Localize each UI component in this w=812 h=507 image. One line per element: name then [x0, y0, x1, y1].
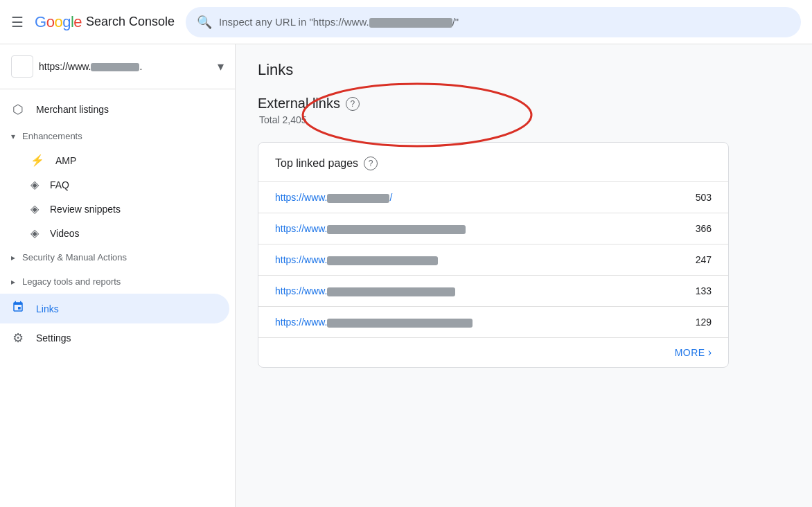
sidebar-item-label: AMP [55, 155, 76, 166]
app-logo: Google Search Console [35, 13, 175, 31]
sidebar-item-label: Videos [50, 228, 80, 239]
sidebar-item-settings[interactable]: ⚙ Settings [0, 323, 229, 353]
search-placeholder: Inspect any URL in "https://www./" [219, 16, 459, 28]
app-header: ☰ Google Search Console 🔍 Inspect any UR… [0, 0, 812, 44]
row-url[interactable]: https://www. [275, 254, 438, 265]
links-section-container: Links [0, 294, 235, 323]
sidebar-item-amp[interactable]: ⚡ AMP [0, 148, 229, 172]
expand-icon: ▸ [11, 253, 15, 263]
card-title: Top linked pages [275, 157, 358, 170]
sidebar-item-review-snippets[interactable]: ◈ Review snippets [0, 197, 229, 221]
merchant-icon: ⬡ [11, 102, 25, 117]
settings-icon: ⚙ [11, 330, 25, 346]
section-label-security: Security & Manual Actions [22, 252, 127, 263]
external-links-title: External links [258, 96, 340, 112]
sidebar-item-label: FAQ [50, 179, 69, 190]
table-row: https://www. 133 [258, 276, 728, 307]
page-title: Links [258, 61, 790, 79]
card-header: Top linked pages ? [258, 143, 728, 182]
hamburger-icon[interactable]: ☰ [11, 14, 24, 30]
more-arrow-icon: › [708, 346, 712, 359]
card-help-icon[interactable]: ? [364, 157, 378, 170]
sidebar-section-legacy[interactable]: ▸ Legacy tools and reports [0, 269, 235, 294]
search-icon: 🔍 [197, 15, 212, 30]
videos-icon: ◈ [30, 226, 39, 240]
help-icon[interactable]: ? [346, 97, 360, 111]
more-row: MORE › [258, 338, 728, 367]
review-icon: ◈ [30, 202, 39, 215]
product-name: Search Console [86, 15, 175, 29]
sidebar-section-enhancements[interactable]: ▾ Enhancements [0, 124, 235, 148]
amp-icon: ⚡ [30, 154, 44, 167]
sidebar: https://www.. ▾ ⬡ Merchant listings ▾ En… [0, 44, 236, 507]
google-wordmark: Google [35, 13, 82, 31]
sidebar-item-faq[interactable]: ◈ FAQ [0, 172, 229, 197]
table-row: https://www. 129 [258, 307, 728, 338]
row-url[interactable]: https://www. [275, 317, 473, 328]
row-url[interactable]: https://www. [275, 223, 466, 234]
site-selector[interactable]: https://www.. ▾ [0, 50, 235, 89]
row-url[interactable]: https://www. [275, 285, 455, 296]
links-icon [11, 301, 25, 317]
sidebar-item-links[interactable]: Links [0, 294, 229, 323]
faq-icon: ◈ [30, 178, 39, 191]
sidebar-item-videos[interactable]: ◈ Videos [0, 221, 229, 245]
site-url: https://www.. [39, 61, 212, 72]
sidebar-item-merchant-listings[interactable]: ⬡ Merchant listings [0, 95, 229, 124]
sidebar-item-label: Review snippets [50, 204, 121, 215]
expand-icon: ▸ [11, 277, 15, 287]
sidebar-item-label: Links [36, 303, 59, 314]
url-inspection-bar[interactable]: 🔍 Inspect any URL in "https://www./" [186, 7, 801, 37]
row-url[interactable]: https://www./ [275, 192, 392, 203]
row-count: 503 [696, 192, 712, 203]
external-links-section: External links ? Total 2,405 [258, 96, 790, 125]
more-button[interactable]: MORE [675, 347, 705, 358]
sidebar-item-label: Settings [36, 332, 71, 344]
top-linked-pages-card: Top linked pages ? https://www./ 503 htt… [258, 142, 729, 368]
table-row: https://www. 247 [258, 244, 728, 276]
table-row: https://www. 366 [258, 213, 728, 244]
sidebar-section-security[interactable]: ▸ Security & Manual Actions [0, 245, 235, 269]
section-label-legacy: Legacy tools and reports [22, 276, 121, 287]
table-row: https://www./ 503 [258, 182, 728, 213]
collapse-icon: ▾ [11, 132, 15, 141]
external-links-total: Total 2,405 [259, 114, 790, 125]
row-count: 129 [696, 317, 712, 328]
external-links-header: External links ? [258, 96, 790, 112]
site-favicon [11, 55, 33, 78]
section-label-enhancements: Enhancements [22, 131, 82, 141]
main-layout: https://www.. ▾ ⬡ Merchant listings ▾ En… [0, 44, 812, 507]
row-count: 366 [696, 223, 712, 234]
row-count: 247 [696, 254, 712, 265]
row-count: 133 [696, 285, 712, 296]
sidebar-item-label: Merchant listings [36, 104, 109, 115]
dropdown-arrow-icon[interactable]: ▾ [218, 59, 224, 74]
main-content: Links External links ? Total 2,405 Top l… [236, 44, 812, 507]
